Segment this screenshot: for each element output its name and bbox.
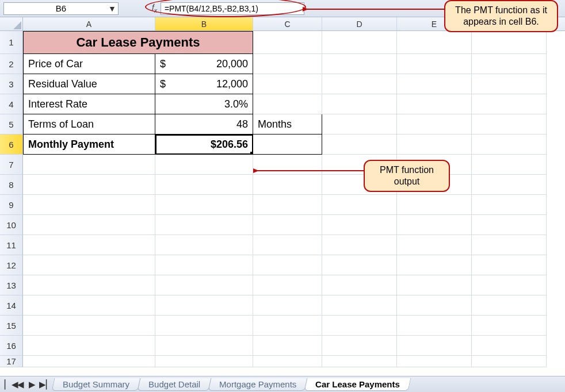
cell-A15[interactable] — [23, 316, 155, 336]
cell-E5[interactable] — [397, 114, 472, 134]
cell-B3[interactable]: $12,000 — [155, 74, 253, 94]
select-all-corner[interactable] — [0, 17, 23, 30]
sheet-tab-car-lease-payments[interactable]: Car Lease Payments — [304, 378, 411, 391]
tab-nav-prev-icon[interactable]: ◀ — [16, 379, 25, 390]
cell-A8[interactable] — [23, 175, 155, 195]
cell-F11[interactable] — [472, 235, 547, 255]
cell-A4[interactable]: Interest Rate — [23, 94, 155, 114]
row-header-6[interactable]: 6 — [0, 134, 23, 155]
cell-B8[interactable] — [155, 175, 253, 195]
name-box-dropdown-icon[interactable]: ▼ — [108, 4, 117, 13]
cell-A9[interactable] — [23, 195, 155, 215]
cell-F17[interactable] — [472, 356, 547, 367]
cell-A13[interactable] — [23, 275, 155, 295]
cell-D2[interactable] — [322, 54, 397, 74]
row-header-15[interactable]: 15 — [0, 316, 23, 336]
cell-B11[interactable] — [155, 235, 253, 255]
cell-D11[interactable] — [322, 235, 397, 255]
cell-C17[interactable] — [253, 356, 322, 367]
cell-F1[interactable] — [472, 31, 547, 54]
cell-B17[interactable] — [155, 356, 253, 367]
cell-B12[interactable] — [155, 255, 253, 275]
cell-D4[interactable] — [322, 94, 397, 114]
cell-A17[interactable] — [23, 356, 155, 367]
row-header-2[interactable]: 2 — [0, 54, 23, 74]
cell-C12[interactable] — [253, 255, 322, 275]
cell-D16[interactable] — [322, 336, 397, 356]
cell-F7[interactable] — [472, 155, 547, 175]
sheet-tab-budget-detail[interactable]: Budget Detail — [138, 378, 212, 391]
cell-C8[interactable] — [253, 175, 322, 195]
cell-C5[interactable]: Months — [253, 114, 322, 134]
cell-C14[interactable] — [253, 295, 322, 316]
cell-E10[interactable] — [397, 215, 472, 235]
cell-E15[interactable] — [397, 316, 472, 336]
cell-D14[interactable] — [322, 295, 397, 316]
cell-F6[interactable] — [472, 134, 547, 155]
cell-D3[interactable] — [322, 74, 397, 94]
row-header-5[interactable]: 5 — [0, 114, 23, 134]
cell-F4[interactable] — [472, 94, 547, 114]
cell-B10[interactable] — [155, 215, 253, 235]
row-header-17[interactable]: 17 — [0, 356, 23, 367]
sheet-tab-mortgage-payments[interactable]: Mortgage Payments — [208, 378, 308, 391]
cell-F10[interactable] — [472, 215, 547, 235]
cell-D17[interactable] — [322, 356, 397, 367]
cell-F14[interactable] — [472, 295, 547, 316]
cell-C6[interactable] — [253, 134, 322, 155]
col-header-B[interactable]: B — [155, 17, 253, 30]
col-header-A[interactable]: A — [23, 17, 155, 30]
row-header-16[interactable]: 16 — [0, 336, 23, 356]
cell-F13[interactable] — [472, 275, 547, 295]
cell-C16[interactable] — [253, 336, 322, 356]
cell-B16[interactable] — [155, 336, 253, 356]
cell-E16[interactable] — [397, 336, 472, 356]
cell-D6[interactable] — [322, 134, 397, 155]
cell-E4[interactable] — [397, 94, 472, 114]
cell-A3[interactable]: Residual Value — [23, 74, 155, 94]
cell-D15[interactable] — [322, 316, 397, 336]
tab-nav-last-icon[interactable]: ▶▏ — [39, 379, 48, 390]
cell-C3[interactable] — [253, 74, 322, 94]
row-header-7[interactable]: 7 — [0, 155, 23, 175]
cell-F9[interactable] — [472, 195, 547, 215]
cell-B14[interactable] — [155, 295, 253, 316]
row-header-9[interactable]: 9 — [0, 195, 23, 215]
cell-F3[interactable] — [472, 74, 547, 94]
cell-A14[interactable] — [23, 295, 155, 316]
row-header-11[interactable]: 11 — [0, 235, 23, 255]
cell-D12[interactable] — [322, 255, 397, 275]
cell-B7[interactable] — [155, 155, 253, 175]
cell-A10[interactable] — [23, 215, 155, 235]
cell-C13[interactable] — [253, 275, 322, 295]
cell-F16[interactable] — [472, 336, 547, 356]
cell-F2[interactable] — [472, 54, 547, 74]
cell-A11[interactable] — [23, 235, 155, 255]
row-header-8[interactable]: 8 — [0, 175, 23, 195]
cell-title[interactable]: Car Lease Payments — [23, 31, 253, 54]
cell-D10[interactable] — [322, 215, 397, 235]
cell-E3[interactable] — [397, 74, 472, 94]
cell-B13[interactable] — [155, 275, 253, 295]
tab-nav-first-icon[interactable]: ▏◀ — [5, 379, 14, 390]
cell-B15[interactable] — [155, 316, 253, 336]
cell-E11[interactable] — [397, 235, 472, 255]
cell-B2[interactable]: $20,000 — [155, 54, 253, 74]
col-header-D[interactable]: D — [322, 17, 397, 30]
name-box[interactable]: B6 ▼ — [3, 2, 119, 15]
cell-D5[interactable] — [322, 114, 397, 134]
cell-E17[interactable] — [397, 356, 472, 367]
cell-B5[interactable]: 48 — [155, 114, 253, 134]
cell-C7[interactable] — [253, 155, 322, 175]
sheet-tab-budget-summary[interactable]: Budget Summary — [52, 378, 141, 391]
cell-D13[interactable] — [322, 275, 397, 295]
row-header-13[interactable]: 13 — [0, 275, 23, 295]
cell-A5[interactable]: Terms of Loan — [23, 114, 155, 134]
cell-E2[interactable] — [397, 54, 472, 74]
cell-E12[interactable] — [397, 255, 472, 275]
cell-F15[interactable] — [472, 316, 547, 336]
cell-B9[interactable] — [155, 195, 253, 215]
cell-E14[interactable] — [397, 295, 472, 316]
cell-C4[interactable] — [253, 94, 322, 114]
cell-E9[interactable] — [397, 195, 472, 215]
